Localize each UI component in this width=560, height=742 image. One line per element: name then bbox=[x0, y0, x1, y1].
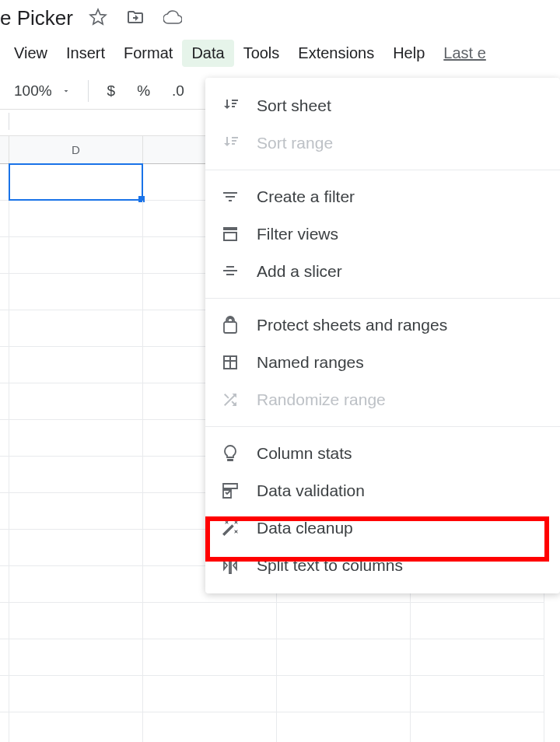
menu-bar: View Insert Format Data Tools Extensions… bbox=[0, 37, 560, 73]
menu-data-validation[interactable]: Data validation bbox=[205, 472, 560, 509]
menu-column-stats-label: Column stats bbox=[257, 444, 352, 463]
title-bar: e Picker bbox=[0, 0, 560, 37]
menu-column-stats[interactable]: Column stats bbox=[205, 435, 560, 472]
menu-sort-sheet-label: Sort sheet bbox=[257, 96, 331, 115]
menu-separator bbox=[205, 298, 560, 299]
menu-last-edit[interactable]: Last e bbox=[434, 40, 495, 67]
menu-add-slicer-label: Add a slicer bbox=[257, 262, 342, 281]
menu-split-text[interactable]: Split text to columns bbox=[205, 547, 560, 584]
decimal-button[interactable]: .0 bbox=[164, 79, 192, 103]
star-icon[interactable] bbox=[89, 8, 107, 30]
menu-format[interactable]: Format bbox=[114, 40, 182, 67]
menu-insert[interactable]: Insert bbox=[57, 40, 114, 67]
menu-filter-views-label: Filter views bbox=[257, 225, 338, 243]
sort-sheet-icon bbox=[221, 96, 240, 115]
randomize-icon bbox=[221, 390, 240, 409]
menu-protect-label: Protect sheets and ranges bbox=[257, 316, 447, 334]
menu-sort-range-label: Sort range bbox=[257, 134, 333, 152]
menu-create-filter-label: Create a filter bbox=[257, 187, 355, 206]
menu-split-text-label: Split text to columns bbox=[257, 556, 403, 575]
filter-views-icon bbox=[221, 225, 240, 243]
move-folder-icon[interactable] bbox=[126, 8, 145, 30]
column-header-d[interactable]: D bbox=[9, 136, 143, 164]
menu-create-filter[interactable]: Create a filter bbox=[205, 178, 560, 215]
menu-data-validation-label: Data validation bbox=[257, 481, 365, 500]
percent-button[interactable]: % bbox=[129, 79, 158, 103]
toolbar-divider bbox=[88, 80, 89, 102]
doc-title[interactable]: e Picker bbox=[0, 6, 73, 30]
menu-protect[interactable]: Protect sheets and ranges bbox=[205, 306, 560, 344]
menu-view[interactable]: View bbox=[5, 40, 57, 67]
named-ranges-icon bbox=[221, 353, 240, 372]
sort-range-icon bbox=[221, 134, 240, 152]
menu-data[interactable]: Data bbox=[182, 40, 233, 67]
menu-extensions[interactable]: Extensions bbox=[289, 40, 383, 67]
magic-wand-icon bbox=[221, 519, 240, 537]
data-menu-dropdown: Sort sheet Sort range Create a filter Fi… bbox=[205, 78, 560, 593]
lock-icon bbox=[221, 316, 240, 334]
selected-cell[interactable] bbox=[9, 164, 143, 201]
data-validation-icon bbox=[221, 481, 240, 500]
lightbulb-icon bbox=[221, 444, 240, 463]
menu-sort-range: Sort range bbox=[205, 124, 560, 162]
zoom-value: 100% bbox=[14, 82, 52, 100]
menu-data-cleanup[interactable]: Data cleanup bbox=[205, 509, 560, 547]
menu-tools[interactable]: Tools bbox=[234, 40, 289, 67]
menu-add-slicer[interactable]: Add a slicer bbox=[205, 253, 560, 290]
slicer-icon bbox=[221, 262, 240, 281]
currency-button[interactable]: $ bbox=[100, 79, 124, 103]
menu-sort-sheet[interactable]: Sort sheet bbox=[205, 87, 560, 124]
filter-icon bbox=[221, 187, 240, 206]
chevron-down-icon bbox=[61, 82, 71, 100]
menu-separator bbox=[205, 170, 560, 170]
menu-data-cleanup-label: Data cleanup bbox=[257, 519, 353, 537]
menu-filter-views[interactable]: Filter views bbox=[205, 215, 560, 253]
menu-help[interactable]: Help bbox=[383, 40, 434, 67]
menu-named-ranges[interactable]: Named ranges bbox=[205, 344, 560, 381]
menu-separator bbox=[205, 426, 560, 427]
cloud-icon[interactable] bbox=[163, 8, 182, 30]
zoom-selector[interactable]: 100% bbox=[8, 79, 77, 103]
menu-randomize-label: Randomize range bbox=[257, 390, 386, 409]
menu-named-ranges-label: Named ranges bbox=[257, 353, 364, 372]
split-icon bbox=[221, 556, 240, 575]
menu-randomize: Randomize range bbox=[205, 381, 560, 418]
